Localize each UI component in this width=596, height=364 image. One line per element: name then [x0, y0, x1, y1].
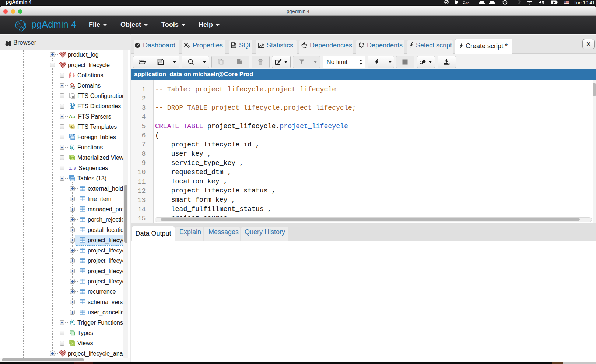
svg-text:1..3: 1..3 [69, 166, 76, 170]
svg-text:Tue 10:41: Tue 10:41 [574, 0, 595, 5]
svg-text:Aa: Aa [69, 114, 75, 119]
svg-text:B: B [69, 75, 71, 79]
svg-text:83: 83 [466, 1, 469, 5]
